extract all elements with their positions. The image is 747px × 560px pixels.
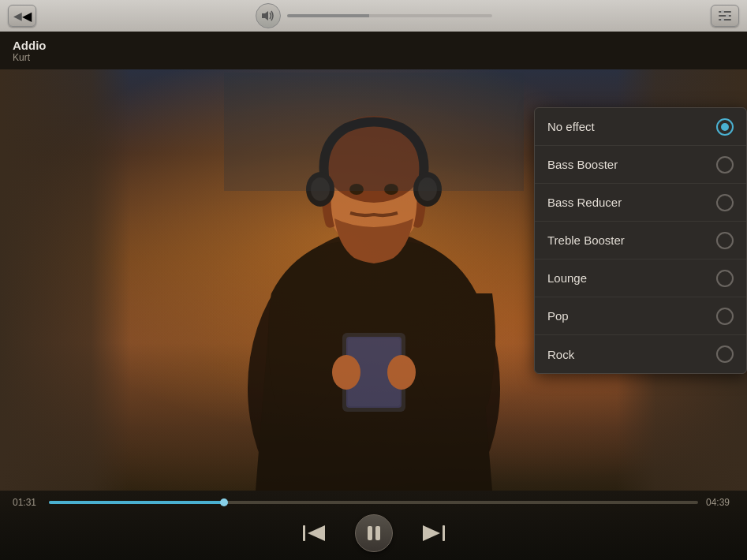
svg-rect-25 <box>368 526 372 540</box>
effect-label-bass-booster: Bass Booster <box>547 158 618 171</box>
song-artist: Kurt <box>13 52 47 63</box>
effect-item-treble-booster[interactable]: Treble Booster <box>535 222 746 259</box>
radio-bass-booster <box>716 156 734 174</box>
effect-label-no-effect: No effect <box>547 120 595 133</box>
side-panel-left <box>0 69 130 491</box>
effect-label-pop: Pop <box>547 309 569 323</box>
settings-button[interactable] <box>711 5 739 27</box>
song-title: Addio <box>13 39 47 52</box>
radio-rock <box>716 345 734 363</box>
artwork-area: No effect Bass Booster Bass Reducer Treb… <box>0 69 747 491</box>
effect-label-rock: Rock <box>547 348 574 361</box>
radio-lounge <box>716 270 734 287</box>
svg-point-21 <box>387 355 416 390</box>
effect-label-lounge: Lounge <box>547 271 587 285</box>
radio-treble-booster <box>716 232 734 249</box>
bottom-controls: 01:31 04:39 <box>0 491 747 560</box>
song-info: Addio Kurt <box>13 39 47 63</box>
progress-bar[interactable] <box>49 501 698 504</box>
svg-rect-26 <box>375 526 380 540</box>
song-info-bar: Addio Kurt <box>0 32 747 69</box>
person-illustration <box>224 73 524 491</box>
volume-button[interactable] <box>256 3 281 28</box>
svg-rect-22 <box>224 73 524 191</box>
svg-point-5 <box>726 14 729 17</box>
effect-item-bass-reducer[interactable]: Bass Reducer <box>535 184 746 222</box>
effect-item-bass-booster[interactable]: Bass Booster <box>535 146 746 184</box>
svg-rect-3 <box>719 19 731 21</box>
next-button[interactable] <box>418 517 450 549</box>
back-button[interactable]: ◀ <box>8 5 36 27</box>
effect-label-bass-reducer: Bass Reducer <box>547 196 622 209</box>
radio-no-effect <box>716 118 734 136</box>
current-time: 01:31 <box>13 497 41 508</box>
svg-point-4 <box>721 10 724 13</box>
svg-marker-0 <box>262 11 268 21</box>
volume-section <box>36 3 711 28</box>
main-content: Addio Kurt <box>0 32 747 560</box>
previous-icon <box>303 524 325 543</box>
previous-button[interactable] <box>298 517 330 549</box>
effect-label-treble-booster: Treble Booster <box>547 233 625 247</box>
effects-dropdown: No effect Bass Booster Bass Reducer Treb… <box>534 107 747 374</box>
svg-rect-2 <box>719 15 731 17</box>
top-bar: ◀ <box>0 0 747 32</box>
radio-bass-reducer <box>716 194 734 211</box>
radio-pop <box>716 308 734 325</box>
pause-button[interactable] <box>355 514 393 552</box>
playback-controls <box>298 514 450 552</box>
progress-fill <box>49 501 224 504</box>
progress-handle[interactable] <box>220 498 228 506</box>
progress-row: 01:31 04:39 <box>13 497 734 508</box>
total-time: 04:39 <box>706 497 734 508</box>
volume-slider[interactable] <box>287 14 492 17</box>
svg-rect-1 <box>719 11 731 13</box>
svg-point-20 <box>332 355 360 390</box>
effect-item-pop[interactable]: Pop <box>535 297 746 335</box>
svg-rect-27 <box>443 525 445 541</box>
effect-item-lounge[interactable]: Lounge <box>535 259 746 297</box>
svg-marker-28 <box>423 525 440 541</box>
svg-rect-23 <box>303 525 305 541</box>
svg-point-6 <box>721 18 724 21</box>
next-icon <box>423 524 445 543</box>
back-icon: ◀ <box>22 9 32 24</box>
volume-icon <box>261 10 275 21</box>
settings-icon <box>717 8 733 24</box>
pause-icon <box>365 525 383 542</box>
effect-item-no-effect[interactable]: No effect <box>535 108 746 146</box>
effect-item-rock[interactable]: Rock <box>535 335 746 373</box>
svg-marker-24 <box>308 525 325 541</box>
